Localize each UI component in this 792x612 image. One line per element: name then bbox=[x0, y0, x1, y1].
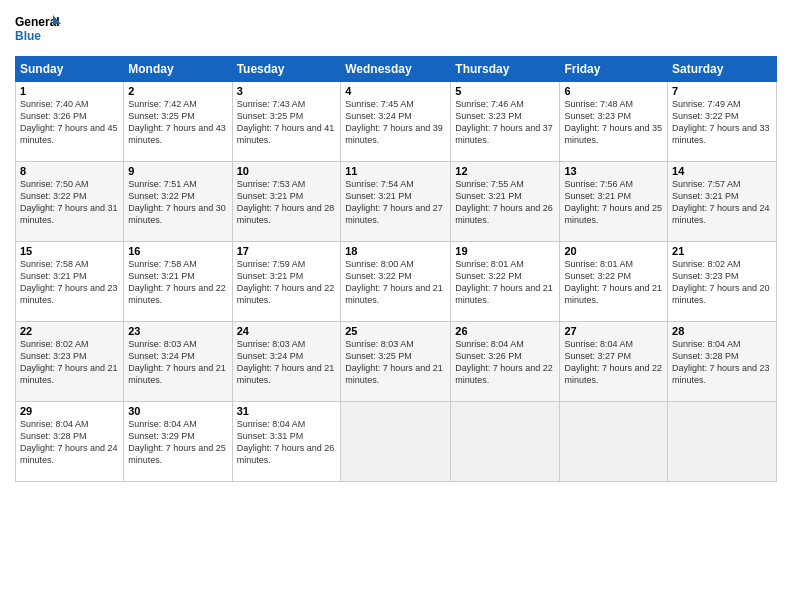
day-info: Sunrise: 8:04 AMSunset: 3:28 PMDaylight:… bbox=[20, 418, 119, 467]
day-info: Sunrise: 8:00 AMSunset: 3:22 PMDaylight:… bbox=[345, 258, 446, 307]
day-info: Sunrise: 7:54 AMSunset: 3:21 PMDaylight:… bbox=[345, 178, 446, 227]
calendar-cell: 20Sunrise: 8:01 AMSunset: 3:22 PMDayligh… bbox=[560, 242, 668, 322]
day-header-tuesday: Tuesday bbox=[232, 57, 341, 82]
calendar-cell: 9Sunrise: 7:51 AMSunset: 3:22 PMDaylight… bbox=[124, 162, 232, 242]
calendar-cell: 17Sunrise: 7:59 AMSunset: 3:21 PMDayligh… bbox=[232, 242, 341, 322]
day-info: Sunrise: 7:56 AMSunset: 3:21 PMDaylight:… bbox=[564, 178, 663, 227]
logo: General Blue bbox=[15, 10, 63, 50]
main-container: General Blue SundayMondayTuesdayWednesda… bbox=[0, 0, 792, 612]
day-info: Sunrise: 7:55 AMSunset: 3:21 PMDaylight:… bbox=[455, 178, 555, 227]
calendar-cell: 21Sunrise: 8:02 AMSunset: 3:23 PMDayligh… bbox=[668, 242, 777, 322]
calendar-cell bbox=[451, 402, 560, 482]
calendar-cell: 30Sunrise: 8:04 AMSunset: 3:29 PMDayligh… bbox=[124, 402, 232, 482]
day-info: Sunrise: 8:01 AMSunset: 3:22 PMDaylight:… bbox=[455, 258, 555, 307]
calendar-week-5: 29Sunrise: 8:04 AMSunset: 3:28 PMDayligh… bbox=[16, 402, 777, 482]
calendar-cell: 7Sunrise: 7:49 AMSunset: 3:22 PMDaylight… bbox=[668, 82, 777, 162]
logo-svg: General Blue bbox=[15, 10, 63, 50]
day-number: 13 bbox=[564, 165, 663, 177]
day-info: Sunrise: 7:53 AMSunset: 3:21 PMDaylight:… bbox=[237, 178, 337, 227]
day-info: Sunrise: 7:40 AMSunset: 3:26 PMDaylight:… bbox=[20, 98, 119, 147]
day-info: Sunrise: 7:57 AMSunset: 3:21 PMDaylight:… bbox=[672, 178, 772, 227]
calendar-cell: 27Sunrise: 8:04 AMSunset: 3:27 PMDayligh… bbox=[560, 322, 668, 402]
header: General Blue bbox=[15, 10, 777, 50]
calendar-cell: 29Sunrise: 8:04 AMSunset: 3:28 PMDayligh… bbox=[16, 402, 124, 482]
calendar-cell: 1Sunrise: 7:40 AMSunset: 3:26 PMDaylight… bbox=[16, 82, 124, 162]
day-number: 22 bbox=[20, 325, 119, 337]
calendar-week-1: 1Sunrise: 7:40 AMSunset: 3:26 PMDaylight… bbox=[16, 82, 777, 162]
day-info: Sunrise: 8:03 AMSunset: 3:24 PMDaylight:… bbox=[128, 338, 227, 387]
day-info: Sunrise: 7:51 AMSunset: 3:22 PMDaylight:… bbox=[128, 178, 227, 227]
calendar-table: SundayMondayTuesdayWednesdayThursdayFrid… bbox=[15, 56, 777, 482]
calendar-cell: 23Sunrise: 8:03 AMSunset: 3:24 PMDayligh… bbox=[124, 322, 232, 402]
day-header-sunday: Sunday bbox=[16, 57, 124, 82]
day-number: 29 bbox=[20, 405, 119, 417]
day-header-saturday: Saturday bbox=[668, 57, 777, 82]
day-number: 17 bbox=[237, 245, 337, 257]
day-number: 18 bbox=[345, 245, 446, 257]
day-info: Sunrise: 7:48 AMSunset: 3:23 PMDaylight:… bbox=[564, 98, 663, 147]
day-header-friday: Friday bbox=[560, 57, 668, 82]
calendar-cell: 14Sunrise: 7:57 AMSunset: 3:21 PMDayligh… bbox=[668, 162, 777, 242]
day-number: 28 bbox=[672, 325, 772, 337]
day-number: 24 bbox=[237, 325, 337, 337]
calendar-cell: 19Sunrise: 8:01 AMSunset: 3:22 PMDayligh… bbox=[451, 242, 560, 322]
day-number: 2 bbox=[128, 85, 227, 97]
day-info: Sunrise: 8:04 AMSunset: 3:31 PMDaylight:… bbox=[237, 418, 337, 467]
calendar-cell bbox=[560, 402, 668, 482]
day-number: 14 bbox=[672, 165, 772, 177]
day-number: 23 bbox=[128, 325, 227, 337]
day-header-monday: Monday bbox=[124, 57, 232, 82]
day-number: 26 bbox=[455, 325, 555, 337]
svg-text:Blue: Blue bbox=[15, 29, 41, 43]
day-number: 3 bbox=[237, 85, 337, 97]
day-info: Sunrise: 8:03 AMSunset: 3:25 PMDaylight:… bbox=[345, 338, 446, 387]
calendar-cell: 13Sunrise: 7:56 AMSunset: 3:21 PMDayligh… bbox=[560, 162, 668, 242]
calendar-cell: 22Sunrise: 8:02 AMSunset: 3:23 PMDayligh… bbox=[16, 322, 124, 402]
day-info: Sunrise: 8:02 AMSunset: 3:23 PMDaylight:… bbox=[672, 258, 772, 307]
day-info: Sunrise: 7:58 AMSunset: 3:21 PMDaylight:… bbox=[20, 258, 119, 307]
calendar-cell: 2Sunrise: 7:42 AMSunset: 3:25 PMDaylight… bbox=[124, 82, 232, 162]
calendar-cell: 15Sunrise: 7:58 AMSunset: 3:21 PMDayligh… bbox=[16, 242, 124, 322]
calendar-cell: 16Sunrise: 7:58 AMSunset: 3:21 PMDayligh… bbox=[124, 242, 232, 322]
calendar-week-4: 22Sunrise: 8:02 AMSunset: 3:23 PMDayligh… bbox=[16, 322, 777, 402]
day-info: Sunrise: 7:59 AMSunset: 3:21 PMDaylight:… bbox=[237, 258, 337, 307]
day-info: Sunrise: 8:04 AMSunset: 3:29 PMDaylight:… bbox=[128, 418, 227, 467]
day-number: 16 bbox=[128, 245, 227, 257]
calendar-cell: 28Sunrise: 8:04 AMSunset: 3:28 PMDayligh… bbox=[668, 322, 777, 402]
day-number: 10 bbox=[237, 165, 337, 177]
day-number: 4 bbox=[345, 85, 446, 97]
calendar-cell: 11Sunrise: 7:54 AMSunset: 3:21 PMDayligh… bbox=[341, 162, 451, 242]
calendar-cell: 5Sunrise: 7:46 AMSunset: 3:23 PMDaylight… bbox=[451, 82, 560, 162]
calendar-cell: 10Sunrise: 7:53 AMSunset: 3:21 PMDayligh… bbox=[232, 162, 341, 242]
day-number: 31 bbox=[237, 405, 337, 417]
day-number: 6 bbox=[564, 85, 663, 97]
day-info: Sunrise: 8:02 AMSunset: 3:23 PMDaylight:… bbox=[20, 338, 119, 387]
day-number: 8 bbox=[20, 165, 119, 177]
day-number: 15 bbox=[20, 245, 119, 257]
calendar-week-3: 15Sunrise: 7:58 AMSunset: 3:21 PMDayligh… bbox=[16, 242, 777, 322]
day-info: Sunrise: 7:46 AMSunset: 3:23 PMDaylight:… bbox=[455, 98, 555, 147]
day-number: 7 bbox=[672, 85, 772, 97]
day-number: 20 bbox=[564, 245, 663, 257]
day-info: Sunrise: 7:50 AMSunset: 3:22 PMDaylight:… bbox=[20, 178, 119, 227]
calendar-cell: 24Sunrise: 8:03 AMSunset: 3:24 PMDayligh… bbox=[232, 322, 341, 402]
calendar-cell: 12Sunrise: 7:55 AMSunset: 3:21 PMDayligh… bbox=[451, 162, 560, 242]
day-info: Sunrise: 7:58 AMSunset: 3:21 PMDaylight:… bbox=[128, 258, 227, 307]
calendar-cell: 8Sunrise: 7:50 AMSunset: 3:22 PMDaylight… bbox=[16, 162, 124, 242]
day-number: 12 bbox=[455, 165, 555, 177]
calendar-cell: 4Sunrise: 7:45 AMSunset: 3:24 PMDaylight… bbox=[341, 82, 451, 162]
calendar-cell bbox=[668, 402, 777, 482]
day-info: Sunrise: 8:03 AMSunset: 3:24 PMDaylight:… bbox=[237, 338, 337, 387]
day-info: Sunrise: 7:45 AMSunset: 3:24 PMDaylight:… bbox=[345, 98, 446, 147]
day-header-wednesday: Wednesday bbox=[341, 57, 451, 82]
day-number: 19 bbox=[455, 245, 555, 257]
day-number: 27 bbox=[564, 325, 663, 337]
day-info: Sunrise: 7:49 AMSunset: 3:22 PMDaylight:… bbox=[672, 98, 772, 147]
calendar-cell: 25Sunrise: 8:03 AMSunset: 3:25 PMDayligh… bbox=[341, 322, 451, 402]
svg-text:General: General bbox=[15, 15, 60, 29]
day-info: Sunrise: 7:42 AMSunset: 3:25 PMDaylight:… bbox=[128, 98, 227, 147]
calendar-cell: 6Sunrise: 7:48 AMSunset: 3:23 PMDaylight… bbox=[560, 82, 668, 162]
calendar-header-row: SundayMondayTuesdayWednesdayThursdayFrid… bbox=[16, 57, 777, 82]
calendar-cell: 26Sunrise: 8:04 AMSunset: 3:26 PMDayligh… bbox=[451, 322, 560, 402]
day-info: Sunrise: 8:04 AMSunset: 3:28 PMDaylight:… bbox=[672, 338, 772, 387]
